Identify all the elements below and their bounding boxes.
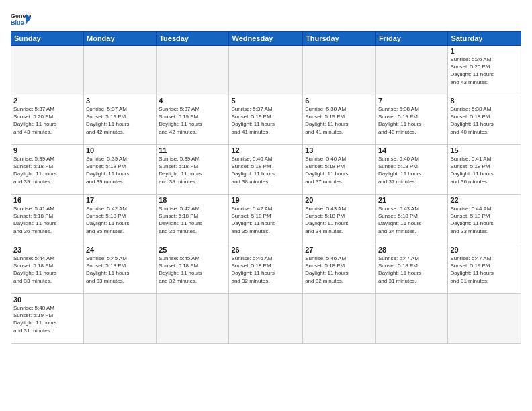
cell-sun-info: Sunrise: 5:46 AM Sunset: 5:18 PM Dayligh… xyxy=(231,255,300,285)
weekday-header: Friday xyxy=(375,32,447,46)
calendar-cell xyxy=(84,294,157,344)
calendar-cell xyxy=(448,294,521,344)
weekday-header: Wednesday xyxy=(229,32,303,46)
calendar-cell: 20Sunrise: 5:43 AM Sunset: 5:18 PM Dayli… xyxy=(303,195,376,244)
cell-sun-info: Sunrise: 5:37 AM Sunset: 5:19 PM Dayligh… xyxy=(86,105,154,136)
calendar-cell: 27Sunrise: 5:46 AM Sunset: 5:18 PM Dayli… xyxy=(303,244,376,294)
date-number: 4 xyxy=(159,97,226,105)
date-number: 27 xyxy=(305,246,373,254)
calendar-cell: 8Sunrise: 5:38 AM Sunset: 5:18 PM Daylig… xyxy=(448,95,521,145)
weekday-header: Monday xyxy=(84,32,157,46)
page: General Blue SundayMondayTuesdayWednesda… xyxy=(0,0,532,411)
calendar-cell: 10Sunrise: 5:39 AM Sunset: 5:18 PM Dayli… xyxy=(84,145,157,195)
cell-sun-info: Sunrise: 5:37 AM Sunset: 5:19 PM Dayligh… xyxy=(159,105,226,136)
cell-sun-info: Sunrise: 5:46 AM Sunset: 5:18 PM Dayligh… xyxy=(305,255,373,285)
date-number: 6 xyxy=(305,97,373,105)
cell-sun-info: Sunrise: 5:41 AM Sunset: 5:18 PM Dayligh… xyxy=(13,205,81,235)
date-number: 24 xyxy=(86,246,154,254)
calendar-cell: 12Sunrise: 5:40 AM Sunset: 5:18 PM Dayli… xyxy=(229,145,303,195)
calendar-cell: 30Sunrise: 5:48 AM Sunset: 5:19 PM Dayli… xyxy=(11,294,84,344)
cell-sun-info: Sunrise: 5:39 AM Sunset: 5:18 PM Dayligh… xyxy=(86,155,154,185)
calendar-cell xyxy=(11,46,84,95)
date-number: 19 xyxy=(231,196,300,204)
date-number: 5 xyxy=(231,97,300,105)
calendar-cell xyxy=(229,294,303,344)
date-number: 11 xyxy=(159,146,226,154)
calendar-cell xyxy=(84,46,157,95)
calendar-cell: 17Sunrise: 5:42 AM Sunset: 5:18 PM Dayli… xyxy=(84,195,157,244)
date-number: 18 xyxy=(159,196,226,204)
cell-sun-info: Sunrise: 5:45 AM Sunset: 5:18 PM Dayligh… xyxy=(159,255,226,285)
calendar-cell: 28Sunrise: 5:47 AM Sunset: 5:18 PM Dayli… xyxy=(375,244,447,294)
cell-sun-info: Sunrise: 5:45 AM Sunset: 5:18 PM Dayligh… xyxy=(86,255,154,285)
weekday-header: Thursday xyxy=(303,32,376,46)
date-number: 29 xyxy=(450,246,519,254)
weekday-header: Tuesday xyxy=(157,32,229,46)
cell-sun-info: Sunrise: 5:38 AM Sunset: 5:18 PM Dayligh… xyxy=(450,105,519,136)
cell-sun-info: Sunrise: 5:40 AM Sunset: 5:18 PM Dayligh… xyxy=(231,155,300,185)
calendar-cell: 25Sunrise: 5:45 AM Sunset: 5:18 PM Dayli… xyxy=(157,244,229,294)
cell-sun-info: Sunrise: 5:39 AM Sunset: 5:18 PM Dayligh… xyxy=(159,155,226,185)
cell-sun-info: Sunrise: 5:47 AM Sunset: 5:19 PM Dayligh… xyxy=(450,255,519,285)
calendar-cell: 3Sunrise: 5:37 AM Sunset: 5:19 PM Daylig… xyxy=(84,95,157,145)
cell-sun-info: Sunrise: 5:42 AM Sunset: 5:18 PM Dayligh… xyxy=(231,205,300,235)
calendar-cell: 16Sunrise: 5:41 AM Sunset: 5:18 PM Dayli… xyxy=(11,195,84,244)
cell-sun-info: Sunrise: 5:39 AM Sunset: 5:18 PM Dayligh… xyxy=(13,155,81,185)
cell-sun-info: Sunrise: 5:48 AM Sunset: 5:19 PM Dayligh… xyxy=(13,304,81,334)
date-number: 21 xyxy=(378,196,445,204)
calendar-cell xyxy=(229,46,303,95)
calendar-cell: 7Sunrise: 5:38 AM Sunset: 5:19 PM Daylig… xyxy=(375,95,447,145)
cell-sun-info: Sunrise: 5:43 AM Sunset: 5:18 PM Dayligh… xyxy=(378,205,445,235)
calendar-cell xyxy=(157,46,229,95)
cell-sun-info: Sunrise: 5:41 AM Sunset: 5:18 PM Dayligh… xyxy=(450,155,519,185)
date-number: 25 xyxy=(159,246,226,254)
date-number: 9 xyxy=(13,146,81,154)
calendar-cell: 14Sunrise: 5:40 AM Sunset: 5:18 PM Dayli… xyxy=(375,145,447,195)
date-number: 1 xyxy=(450,47,519,55)
calendar-cell: 6Sunrise: 5:38 AM Sunset: 5:19 PM Daylig… xyxy=(303,95,376,145)
calendar-cell: 18Sunrise: 5:42 AM Sunset: 5:18 PM Dayli… xyxy=(157,195,229,244)
svg-text:Blue: Blue xyxy=(11,19,24,26)
calendar-cell: 13Sunrise: 5:40 AM Sunset: 5:18 PM Dayli… xyxy=(303,145,376,195)
date-number: 15 xyxy=(450,146,519,154)
calendar-cell: 22Sunrise: 5:44 AM Sunset: 5:18 PM Dayli… xyxy=(448,195,521,244)
calendar-cell: 15Sunrise: 5:41 AM Sunset: 5:18 PM Dayli… xyxy=(448,145,521,195)
calendar: SundayMondayTuesdayWednesdayThursdayFrid… xyxy=(11,31,521,344)
cell-sun-info: Sunrise: 5:38 AM Sunset: 5:19 PM Dayligh… xyxy=(378,105,445,136)
header: General Blue xyxy=(11,11,521,27)
date-number: 17 xyxy=(86,196,154,204)
calendar-cell: 2Sunrise: 5:37 AM Sunset: 5:20 PM Daylig… xyxy=(11,95,84,145)
cell-sun-info: Sunrise: 5:47 AM Sunset: 5:18 PM Dayligh… xyxy=(378,255,445,285)
cell-sun-info: Sunrise: 5:37 AM Sunset: 5:20 PM Dayligh… xyxy=(13,105,81,136)
weekday-header: Sunday xyxy=(11,32,84,46)
calendar-cell: 26Sunrise: 5:46 AM Sunset: 5:18 PM Dayli… xyxy=(229,244,303,294)
calendar-cell: 4Sunrise: 5:37 AM Sunset: 5:19 PM Daylig… xyxy=(157,95,229,145)
cell-sun-info: Sunrise: 5:44 AM Sunset: 5:18 PM Dayligh… xyxy=(13,255,81,285)
calendar-cell xyxy=(157,294,229,344)
date-number: 14 xyxy=(378,146,445,154)
calendar-cell xyxy=(303,294,376,344)
date-number: 7 xyxy=(378,97,445,105)
date-number: 28 xyxy=(378,246,445,254)
calendar-cell: 11Sunrise: 5:39 AM Sunset: 5:18 PM Dayli… xyxy=(157,145,229,195)
calendar-cell: 29Sunrise: 5:47 AM Sunset: 5:19 PM Dayli… xyxy=(448,244,521,294)
calendar-cell: 23Sunrise: 5:44 AM Sunset: 5:18 PM Dayli… xyxy=(11,244,84,294)
weekday-header: Saturday xyxy=(448,32,521,46)
calendar-cell: 24Sunrise: 5:45 AM Sunset: 5:18 PM Dayli… xyxy=(84,244,157,294)
calendar-cell xyxy=(375,294,447,344)
date-number: 2 xyxy=(13,97,81,105)
calendar-cell xyxy=(303,46,376,95)
cell-sun-info: Sunrise: 5:40 AM Sunset: 5:18 PM Dayligh… xyxy=(305,155,373,185)
calendar-cell xyxy=(375,46,447,95)
cell-sun-info: Sunrise: 5:36 AM Sunset: 5:20 PM Dayligh… xyxy=(450,56,519,86)
cell-sun-info: Sunrise: 5:42 AM Sunset: 5:18 PM Dayligh… xyxy=(159,205,226,235)
date-number: 23 xyxy=(13,246,81,254)
date-number: 13 xyxy=(305,146,373,154)
logo-icon: General Blue xyxy=(11,11,31,27)
date-number: 20 xyxy=(305,196,373,204)
calendar-cell: 21Sunrise: 5:43 AM Sunset: 5:18 PM Dayli… xyxy=(375,195,447,244)
date-number: 26 xyxy=(231,246,300,254)
cell-sun-info: Sunrise: 5:43 AM Sunset: 5:18 PM Dayligh… xyxy=(305,205,373,235)
date-number: 3 xyxy=(86,97,154,105)
date-number: 12 xyxy=(231,146,300,154)
